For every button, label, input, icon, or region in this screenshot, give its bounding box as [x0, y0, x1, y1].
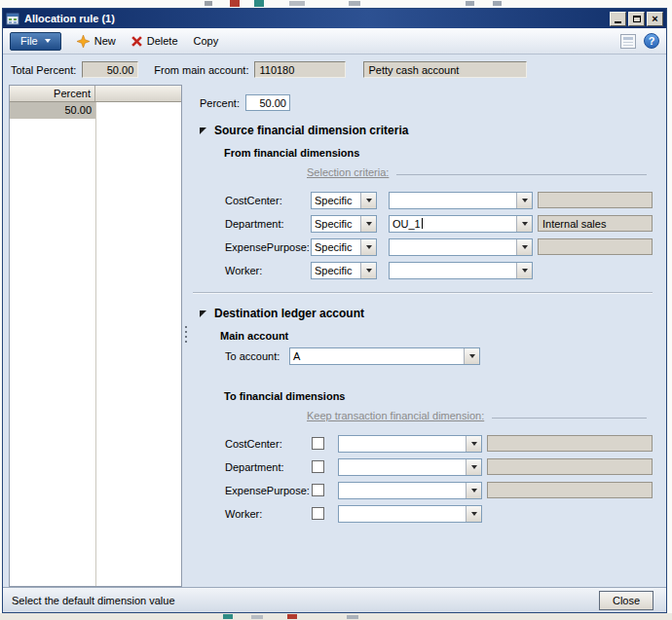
- chevron-down-icon[interactable]: [360, 263, 376, 278]
- copy-button[interactable]: Copy: [194, 35, 219, 47]
- dest-worker-label: Worker:: [225, 508, 311, 520]
- splitter-handle-icon: [185, 326, 187, 343]
- file-menu-label: File: [20, 35, 38, 47]
- expensepurpose-value-combo[interactable]: [389, 238, 533, 256]
- delete-button-label: Delete: [147, 35, 178, 47]
- background-artifact: [230, 0, 240, 7]
- dest-department-description-field: [487, 458, 653, 475]
- selection-criteria-label: Selection criteria:: [307, 166, 389, 178]
- chevron-down-icon[interactable]: [516, 216, 532, 232]
- maximize-button[interactable]: [628, 12, 645, 26]
- text-cursor: [422, 218, 423, 229]
- keep-transaction-label: Keep transaction financial dimension:: [307, 410, 484, 421]
- copy-button-label: Copy: [194, 35, 219, 47]
- background-artifact: [349, 1, 360, 6]
- background-artifact: [223, 614, 233, 619]
- to-dimensions-label: To financial dimensions: [224, 390, 656, 402]
- new-button[interactable]: New: [77, 35, 116, 48]
- dest-department-combo[interactable]: [338, 458, 482, 476]
- status-bar: Select the default dimension value Close: [3, 587, 666, 612]
- worker-label: Worker:: [225, 265, 311, 276]
- department-label: Department:: [225, 218, 311, 230]
- close-window-button[interactable]: ×: [647, 12, 663, 26]
- chevron-down-icon[interactable]: [466, 506, 481, 522]
- content-area: Percent 50.00 Percent: 50.00 Source fina: [3, 85, 666, 587]
- splitter[interactable]: [182, 85, 191, 587]
- background-artifact: [466, 1, 474, 6]
- background-artifact: [205, 1, 212, 6]
- chevron-down-icon[interactable]: [360, 216, 376, 232]
- status-message: Select the default dimension value: [12, 595, 175, 606]
- collapse-icon: [200, 128, 206, 134]
- chevron-down-icon[interactable]: [464, 348, 479, 364]
- worker-value-combo[interactable]: [389, 262, 533, 279]
- dest-expensepurpose-description-field: [487, 482, 653, 498]
- background-artifact: [251, 615, 263, 619]
- costcenter-value-combo[interactable]: [389, 192, 533, 209]
- file-menu-button[interactable]: File: [10, 32, 61, 51]
- titlebar[interactable]: Allocation rule (1) ×: [3, 9, 666, 28]
- chevron-down-icon[interactable]: [466, 436, 481, 452]
- costcenter-description-field: [538, 192, 653, 208]
- separator-line: [396, 174, 647, 175]
- source-section-title: Source financial dimension criteria: [214, 124, 408, 137]
- new-icon: [77, 35, 90, 48]
- percent-label: Percent:: [200, 97, 240, 109]
- dest-costcenter-combo[interactable]: [338, 435, 482, 453]
- allocation-rule-window: Allocation rule (1) × File New Delete C: [2, 8, 667, 613]
- close-icon: ×: [652, 14, 657, 24]
- background-artifact: [287, 614, 297, 619]
- percent-column-header[interactable]: Percent: [10, 86, 95, 101]
- worker-criteria-combo[interactable]: Specific: [311, 262, 377, 279]
- main-account-name-field: Petty cash account: [363, 61, 527, 78]
- costcenter-label: CostCenter:: [225, 195, 311, 206]
- percent-input[interactable]: 50.00: [245, 94, 290, 111]
- empty-column-header[interactable]: [95, 86, 181, 101]
- dest-worker-combo[interactable]: [338, 505, 482, 523]
- grid-header: Percent: [10, 86, 181, 102]
- help-icon[interactable]: ?: [644, 33, 659, 49]
- chevron-down-icon[interactable]: [516, 193, 532, 208]
- from-main-account-field: 110180: [254, 61, 346, 78]
- department-value-combo[interactable]: OU_1: [389, 215, 533, 233]
- expensepurpose-criteria-combo[interactable]: Specific: [311, 238, 377, 256]
- header-band: Total Percent: 50.00 From main account: …: [3, 55, 666, 85]
- grid-body: 50.00: [10, 102, 181, 586]
- chevron-down-icon[interactable]: [516, 239, 532, 255]
- costcenter-criteria-combo[interactable]: Specific: [311, 192, 377, 209]
- dest-expensepurpose-combo[interactable]: [338, 482, 482, 499]
- delete-button[interactable]: Delete: [131, 35, 178, 47]
- new-button-label: New: [94, 35, 116, 47]
- to-account-combo[interactable]: A: [289, 347, 480, 365]
- background-artifact: [254, 0, 264, 7]
- from-dimensions-label: From financial dimensions: [224, 147, 656, 159]
- delete-icon: [131, 36, 142, 47]
- destination-section-header[interactable]: Destination ledger account: [200, 307, 656, 320]
- worker-keep-checkbox[interactable]: [312, 507, 324, 520]
- expensepurpose-keep-checkbox[interactable]: [312, 484, 324, 496]
- percent-cell[interactable]: 50.00: [10, 102, 95, 119]
- chevron-down-icon[interactable]: [360, 193, 376, 208]
- department-keep-checkbox[interactable]: [312, 460, 324, 473]
- form-layout-icon[interactable]: [620, 34, 636, 49]
- costcenter-keep-checkbox[interactable]: [312, 437, 324, 450]
- minimize-button[interactable]: [610, 12, 626, 26]
- background-strip: [0, 613, 672, 620]
- chevron-down-icon[interactable]: [466, 459, 481, 475]
- close-button[interactable]: Close: [599, 591, 653, 610]
- separator-line: [492, 418, 647, 419]
- minimize-icon: [615, 21, 621, 23]
- department-description-field: Internal sales: [538, 215, 653, 232]
- chevron-down-icon[interactable]: [360, 239, 376, 255]
- dest-department-label: Department:: [225, 461, 311, 473]
- section-separator: [193, 292, 653, 294]
- dest-costcenter-description-field: [487, 435, 653, 452]
- from-main-account-label: From main account:: [154, 64, 248, 76]
- collapse-icon: [200, 310, 206, 317]
- chevron-down-icon[interactable]: [466, 483, 481, 498]
- department-criteria-combo[interactable]: Specific: [311, 215, 377, 233]
- grid-row-selected[interactable]: 50.00: [10, 102, 181, 119]
- source-section-header[interactable]: Source financial dimension criteria: [200, 124, 656, 137]
- chevron-down-icon[interactable]: [516, 263, 532, 278]
- background-artifact: [347, 615, 358, 619]
